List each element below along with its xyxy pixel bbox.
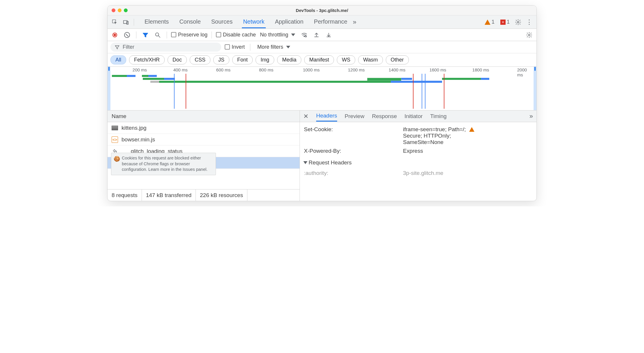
network-settings-icon[interactable] (524, 30, 534, 40)
more-filters-dropdown[interactable]: More filters (256, 44, 292, 50)
detail-more-tabs-icon[interactable]: » (529, 111, 533, 122)
detail-tab-response[interactable]: Response (372, 111, 397, 121)
tab-sources[interactable]: Sources (210, 16, 234, 28)
disclosure-triangle-icon (303, 161, 307, 164)
preserve-log-checkbox[interactable]: Preserve log (171, 32, 207, 38)
svg-point-3 (517, 21, 519, 23)
waterfall-mini (108, 74, 536, 109)
requests-list: kittens.jpg <> bowser.min.js ___glitch_l… (108, 122, 300, 189)
record-button[interactable] (110, 30, 120, 40)
errors-count: 1 (507, 19, 510, 25)
more-filters-label: More filters (257, 44, 283, 50)
type-pill-fetch-xhr[interactable]: Fetch/XHR (129, 55, 165, 64)
invert-checkbox[interactable]: Invert (225, 44, 245, 50)
filter-input[interactable]: Filter (110, 43, 221, 52)
type-pill-other[interactable]: Other (386, 55, 409, 64)
throttling-label: No throttling (260, 32, 288, 38)
status-bar: 8 requests 147 kB transferred 226 kB res… (108, 189, 300, 201)
window-title: DevTools - 3pc.glitch.me/ (108, 8, 536, 13)
settings-icon[interactable] (513, 17, 523, 27)
status-resources: 226 kB resources (196, 189, 247, 201)
tick: 1600 ms (430, 67, 446, 72)
network-toolbar: Preserve log Disable cache No throttling (108, 29, 536, 41)
header-value: Express (403, 148, 532, 154)
inspect-icon[interactable] (110, 17, 120, 27)
filter-placeholder: Filter (123, 44, 134, 50)
tab-network[interactable]: Network (242, 16, 265, 28)
detail-tab-timing[interactable]: Timing (430, 111, 446, 121)
detail-panel: ✕ Headers Preview Response Initiator Tim… (300, 110, 536, 201)
detail-tab-preview[interactable]: Preview (345, 111, 365, 121)
js-file-icon: <> (112, 136, 118, 143)
main-tab-strip: Elements Console Sources Network Applica… (108, 15, 536, 29)
header-key: X-Powered-By: (304, 148, 403, 154)
disable-cache-checkbox[interactable]: Disable cache (216, 32, 256, 38)
timeline-ticks: 200 ms 400 ms 600 ms 800 ms 1000 ms 1200… (108, 67, 536, 74)
title-bar: DevTools - 3pc.glitch.me/ (108, 6, 536, 15)
header-value: iframe-seen=true; Path=/; Secure; HTTPOn… (403, 126, 532, 145)
detail-tabs: ✕ Headers Preview Response Initiator Tim… (300, 110, 536, 122)
type-pill-wasm[interactable]: Wasm (358, 55, 383, 64)
type-pill-img[interactable]: Img (256, 55, 274, 64)
errors-badge[interactable]: 1 (500, 19, 510, 25)
tab-elements[interactable]: Elements (143, 16, 170, 28)
error-icon (500, 20, 506, 25)
type-pill-css[interactable]: CSS (190, 55, 210, 64)
checkbox-icon (216, 32, 221, 37)
tab-console[interactable]: Console (178, 16, 202, 28)
status-requests: 8 requests (108, 189, 142, 201)
filter-toggle-icon[interactable] (140, 30, 150, 40)
device-toolbar-icon[interactable] (121, 17, 131, 27)
upload-har-icon[interactable] (312, 30, 321, 40)
warnings-badge[interactable]: 1 (485, 19, 495, 25)
tick: 200 ms (133, 67, 147, 72)
cookie-blocked-tooltip: Cookies for this request are blocked eit… (111, 153, 216, 175)
tab-performance[interactable]: Performance (313, 16, 349, 28)
svg-rect-2 (127, 21, 129, 24)
type-pill-ws[interactable]: WS (337, 55, 355, 64)
requests-panel: Name kittens.jpg <> bowser.min.js ___gli… (108, 110, 300, 201)
request-row[interactable]: <> bowser.min.js (108, 134, 300, 145)
search-icon[interactable] (153, 30, 163, 40)
separator (134, 19, 134, 26)
request-headers-section[interactable]: Request Headers (304, 159, 532, 166)
type-pill-js[interactable]: JS (213, 55, 229, 64)
content-split: Name kittens.jpg <> bowser.min.js ___gli… (108, 110, 536, 201)
tick: 1400 ms (389, 67, 406, 72)
header-set-cookie: Set-Cookie: iframe-seen=true; Path=/; Se… (304, 126, 532, 145)
checkbox-icon (171, 32, 176, 37)
kebab-menu-icon[interactable]: ⋮ (524, 17, 534, 27)
tab-application[interactable]: Application (274, 16, 305, 28)
clear-button[interactable] (122, 30, 132, 40)
type-pill-manifest[interactable]: Manifest (304, 55, 334, 64)
header-authority: :authority: 3p-site.glitch.me (304, 170, 532, 176)
tick: 400 ms (173, 67, 188, 72)
panel-tabs: Elements Console Sources Network Applica… (143, 16, 349, 28)
network-conditions-icon[interactable] (299, 30, 309, 40)
more-tabs-icon[interactable]: » (350, 17, 360, 27)
devtools-window: DevTools - 3pc.glitch.me/ Elements Conso… (107, 5, 537, 201)
header-value: 3p-site.glitch.me (403, 170, 532, 176)
type-pill-all[interactable]: All (110, 55, 126, 64)
detail-tab-headers[interactable]: Headers (316, 111, 337, 122)
request-name: bowser.min.js (122, 136, 155, 143)
warning-icon (485, 20, 490, 25)
request-row[interactable]: kittens.jpg (108, 122, 300, 134)
detail-tab-initiator[interactable]: Initiator (404, 111, 423, 121)
separator (136, 31, 136, 38)
type-pill-font[interactable]: Font (232, 55, 253, 64)
throttling-select[interactable]: No throttling (258, 32, 297, 38)
tick: 1200 ms (348, 67, 365, 72)
type-pill-media[interactable]: Media (277, 55, 301, 64)
svg-point-4 (156, 33, 159, 36)
warnings-count: 1 (492, 19, 495, 25)
requests-name-header[interactable]: Name (108, 110, 300, 122)
status-transferred: 147 kB transferred (142, 189, 196, 201)
download-har-icon[interactable] (324, 30, 334, 40)
tick: 1800 ms (472, 67, 489, 72)
type-pill-doc[interactable]: Doc (168, 55, 187, 64)
tick: 1000 ms (303, 67, 320, 72)
timeline-overview[interactable]: 200 ms 400 ms 600 ms 800 ms 1000 ms 1200… (108, 67, 536, 110)
svg-point-5 (304, 36, 305, 37)
close-detail-icon[interactable]: ✕ (303, 111, 309, 122)
